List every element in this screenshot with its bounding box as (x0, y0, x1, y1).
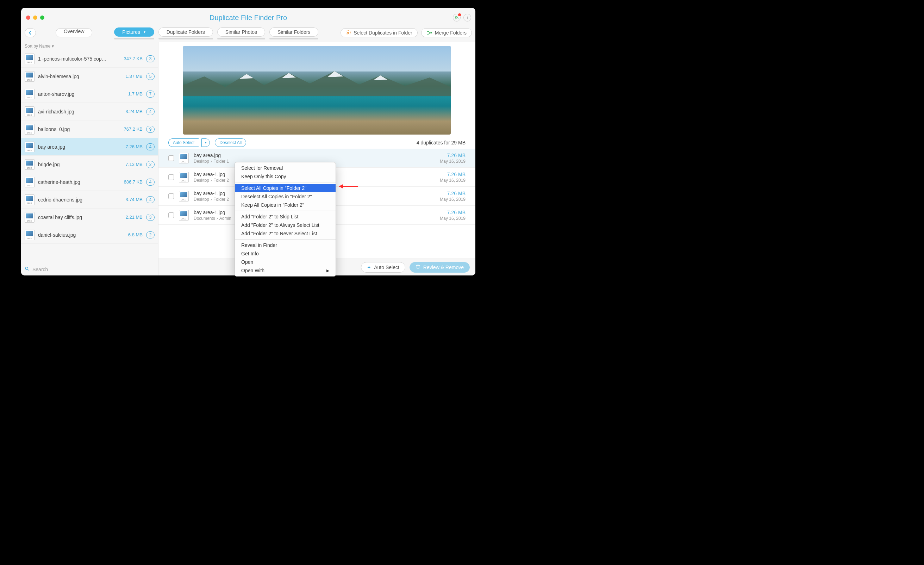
context-menu-item[interactable]: Reveal in Finder (235, 241, 336, 249)
duplicate-count-badge: 9 (146, 126, 154, 133)
file-row[interactable]: 1 -pericos-multicolor-575 cop…347.7 KB3 (21, 50, 158, 68)
context-menu-item[interactable]: Open (235, 258, 336, 266)
search-input[interactable]: Search (21, 263, 158, 275)
dup-file-size: 7.26 MB (440, 171, 465, 177)
file-size: 6.8 MB (118, 232, 142, 237)
traffic-lights (21, 15, 44, 20)
duplicate-count-badge: 3 (146, 55, 154, 62)
auto-select-button[interactable]: Auto Select (168, 138, 199, 147)
checkbox[interactable] (168, 174, 174, 180)
toolbar: Overview Pictures▼293 MBDuplicate Folder… (21, 27, 476, 42)
context-menu-item[interactable]: Keep All Copies in "Folder 2" (235, 201, 336, 209)
file-name: daniel-salcius.jpg (38, 232, 114, 238)
duplicate-count-badge: 5 (146, 73, 154, 80)
zoom-icon[interactable] (40, 15, 44, 20)
overview-button[interactable]: Overview (56, 28, 92, 38)
file-row[interactable]: alvin-balemesa.jpg1.37 MB5 (21, 68, 158, 85)
info-icon[interactable]: i (464, 14, 471, 21)
duplicate-count-badge: 4 (146, 143, 154, 150)
file-row[interactable]: cedric-dhaenens.jpg3.74 MB4 (21, 191, 158, 209)
selection-bar: Auto Select ▾ Deselect All 4 duplicates … (159, 137, 476, 149)
chevron-down-icon: ▾ (52, 44, 54, 49)
context-menu-item[interactable]: Add "Folder 2" to Never Select List (235, 229, 336, 238)
search-placeholder: Search (32, 267, 48, 272)
rss-icon[interactable] (453, 14, 460, 21)
context-menu-item[interactable]: Open With▶ (235, 266, 336, 275)
context-menu-item[interactable]: Add "Folder 2" to Skip List (235, 212, 336, 221)
jpeg-icon (25, 177, 34, 187)
file-size: 347.7 KB (118, 56, 142, 61)
minimize-icon[interactable] (33, 15, 38, 20)
deselect-all-button[interactable]: Deselect All (215, 138, 246, 147)
dup-file-date: May 16, 2019 (440, 178, 465, 183)
dup-file-date: May 16, 2019 (440, 197, 465, 202)
jpeg-icon (25, 194, 34, 205)
jpeg-icon (179, 153, 189, 164)
file-row[interactable]: avi-richardsh.jpg3.24 MB4 (21, 103, 158, 120)
duplicate-count-badge: 3 (146, 214, 154, 221)
file-size: 1.7 MB (118, 91, 142, 96)
jpeg-icon (25, 141, 34, 152)
checkbox[interactable] (168, 212, 174, 218)
file-row[interactable]: catherine-heath.jpg686.7 KB4 (21, 173, 158, 191)
file-name: coastal bay cliffs.jpg (38, 215, 114, 220)
file-size: 2.21 MB (118, 215, 142, 220)
merge-folders-button[interactable]: Merge Folders (421, 28, 472, 38)
jpeg-icon (25, 54, 34, 64)
jpeg-icon (25, 124, 34, 135)
context-menu-item[interactable]: Deselect All Copies in "Folder 2" (235, 192, 336, 201)
dup-file-size: 7.26 MB (440, 153, 465, 158)
context-menu-item[interactable]: Keep Only this Copy (235, 172, 336, 181)
checkbox[interactable] (168, 155, 174, 161)
context-menu-item[interactable]: Get Info (235, 249, 336, 258)
file-row[interactable]: balloons_0.jpg767.2 KB9 (21, 120, 158, 138)
auto-select-menu[interactable]: ▾ (201, 138, 210, 147)
file-row[interactable]: coastal bay cliffs.jpg2.21 MB3 (21, 209, 158, 226)
context-menu-item[interactable]: Select for Removal (235, 164, 336, 172)
dup-file-size: 7.26 MB (440, 191, 465, 196)
file-size: 3.74 MB (118, 197, 142, 202)
file-size: 7.13 MB (118, 162, 142, 167)
annotation-arrow (339, 183, 358, 191)
duplicate-count-badge: 4 (146, 179, 154, 186)
context-menu[interactable]: Select for RemovalKeep Only this CopySel… (234, 162, 336, 276)
submenu-arrow-icon: ▶ (326, 268, 329, 273)
file-size: 7.26 MB (118, 144, 142, 149)
file-name: anton-sharov.jpg (38, 91, 114, 97)
checkbox[interactable] (168, 193, 174, 199)
context-menu-item[interactable]: Select All Copies in "Folder 2" (235, 184, 336, 192)
file-name: bay area.jpg (38, 144, 114, 150)
jpeg-icon (179, 191, 189, 201)
select-duplicates-button[interactable]: Select Duplicates in Folder (340, 28, 418, 38)
window-title: Duplicate File Finder Pro (21, 14, 476, 22)
file-name: cedric-dhaenens.jpg (38, 197, 114, 203)
file-name: avi-richardsh.jpg (38, 109, 114, 114)
duplicate-summary: 4 duplicates for 29 MB (417, 140, 465, 146)
file-row[interactable]: bay area.jpg7.26 MB4 (21, 138, 158, 156)
file-row[interactable]: anton-sharov.jpg1.7 MB7 (21, 85, 158, 103)
jpeg-icon (25, 159, 34, 170)
jpeg-icon (25, 107, 34, 117)
duplicate-count-badge: 7 (146, 90, 154, 98)
back-button[interactable] (25, 28, 36, 38)
footer-auto-select-button[interactable]: ✦ Auto Select (361, 262, 405, 273)
context-menu-item[interactable]: Add "Folder 2" to Always Select List (235, 221, 336, 229)
trash-icon (416, 264, 420, 270)
file-row[interactable]: daniel-salcius.jpg6.8 MB2 (21, 226, 158, 244)
svg-point-1 (26, 267, 28, 269)
merge-folders-label: Merge Folders (435, 30, 466, 36)
review-remove-button[interactable]: Review & Remove (410, 262, 470, 273)
svg-point-0 (455, 19, 456, 20)
dup-file-name: bay area.jpg (194, 153, 435, 158)
chevron-down-icon: ▼ (143, 30, 146, 34)
duplicate-count-badge: 2 (146, 231, 154, 239)
file-size: 686.7 KB (118, 179, 142, 185)
duplicate-count-badge: 4 (146, 108, 154, 115)
close-icon[interactable] (26, 15, 30, 20)
dup-file-date: May 16, 2019 (440, 159, 465, 164)
jpeg-icon (25, 71, 34, 82)
file-row[interactable]: brigde.jpg7.13 MB2 (21, 156, 158, 173)
sort-dropdown[interactable]: Sort by Name ▾ (21, 42, 158, 50)
jpeg-icon (25, 212, 34, 222)
file-name: alvin-balemesa.jpg (38, 74, 114, 79)
